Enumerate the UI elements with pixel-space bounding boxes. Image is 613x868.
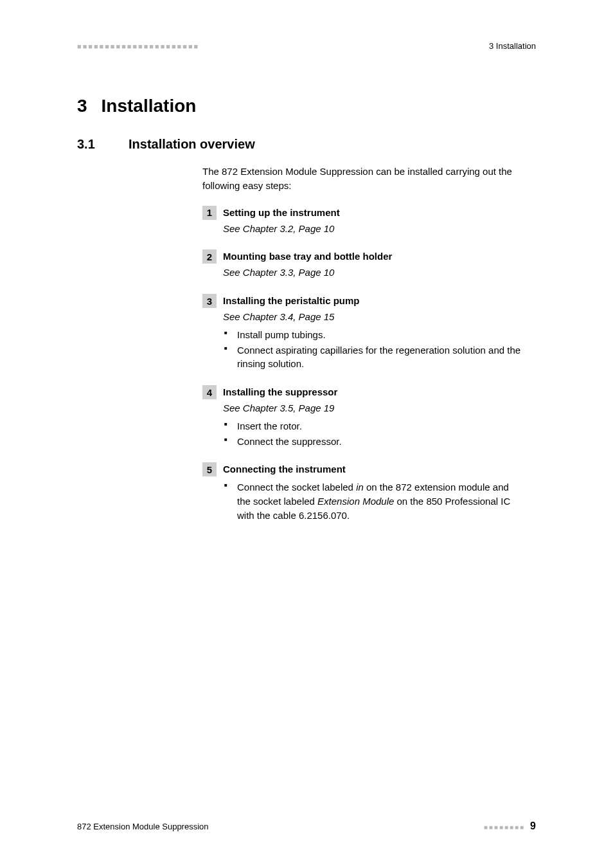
step-title: Mounting base tray and bottle holder [223, 249, 392, 264]
header-chapter-label: 3 Installation [489, 41, 536, 51]
step-reference-link[interactable]: See Chapter 3.5, Page 19 [223, 401, 523, 415]
list-item: Connect the suppressor. [223, 435, 523, 449]
text-emphasis: in [356, 482, 364, 493]
step-reference-link[interactable]: See Chapter 3.4, Page 15 [223, 310, 523, 324]
step-item: 2 Mounting base tray and bottle holder S… [202, 249, 523, 280]
step-number-badge: 1 [202, 206, 217, 220]
chapter-title: 3Installation [77, 96, 536, 116]
chapter-number: 3 [77, 96, 87, 116]
list-item: Insert the rotor. [223, 419, 523, 433]
footer-document-title: 872 Extension Module Suppression [77, 822, 209, 831]
step-reference-link[interactable]: See Chapter 3.3, Page 10 [223, 266, 523, 280]
section-title: Installation overview [129, 137, 255, 152]
step-bullet-list: Insert the rotor. Connect the suppressor… [223, 419, 523, 449]
step-item: 5 Connecting the instrument Connect the … [202, 462, 523, 522]
step-title: Installing the suppressor [223, 385, 337, 399]
intro-paragraph: The 872 Extension Module Suppression can… [202, 165, 523, 193]
step-bullet-list: Install pump tubings. Connect aspirating… [223, 328, 523, 371]
step-item: 1 Setting up the instrument See Chapter … [202, 206, 523, 236]
content-area: The 872 Extension Module Suppression can… [202, 165, 523, 523]
page-number: 9 [530, 820, 536, 832]
text-fragment: Connect the socket labeled [237, 482, 356, 493]
list-item: Install pump tubings. [223, 328, 523, 342]
step-title: Setting up the instrument [223, 206, 340, 220]
page-footer: 872 Extension Module Suppression ■■■■■■■… [77, 820, 536, 832]
step-number-badge: 5 [202, 462, 217, 476]
header-decoration-left: ■■■■■■■■■■■■■■■■■■■■■■ [77, 42, 199, 50]
page-header: ■■■■■■■■■■■■■■■■■■■■■■ 3 Installation [77, 41, 536, 51]
section-number: 3.1 [77, 137, 129, 152]
list-item: Connect the socket labeled in on the 872… [223, 480, 523, 522]
step-number-badge: 4 [202, 385, 217, 399]
chapter-title-text: Installation [102, 96, 197, 116]
step-number-badge: 3 [202, 294, 217, 308]
list-item: Connect aspirating capillaries for the r… [223, 343, 523, 372]
step-reference-link[interactable]: See Chapter 3.2, Page 10 [223, 222, 523, 236]
section-heading: 3.1 Installation overview [77, 137, 536, 152]
step-title: Connecting the instrument [223, 462, 346, 476]
step-title: Installing the peristaltic pump [223, 294, 360, 308]
text-emphasis: Extension Module [317, 496, 394, 507]
step-item: 3 Installing the peristaltic pump See Ch… [202, 294, 523, 371]
step-bullet-list: Connect the socket labeled in on the 872… [223, 480, 523, 522]
step-number-badge: 2 [202, 249, 217, 264]
step-item: 4 Installing the suppressor See Chapter … [202, 385, 523, 448]
footer-decoration: ■■■■■■■■ [484, 824, 525, 831]
